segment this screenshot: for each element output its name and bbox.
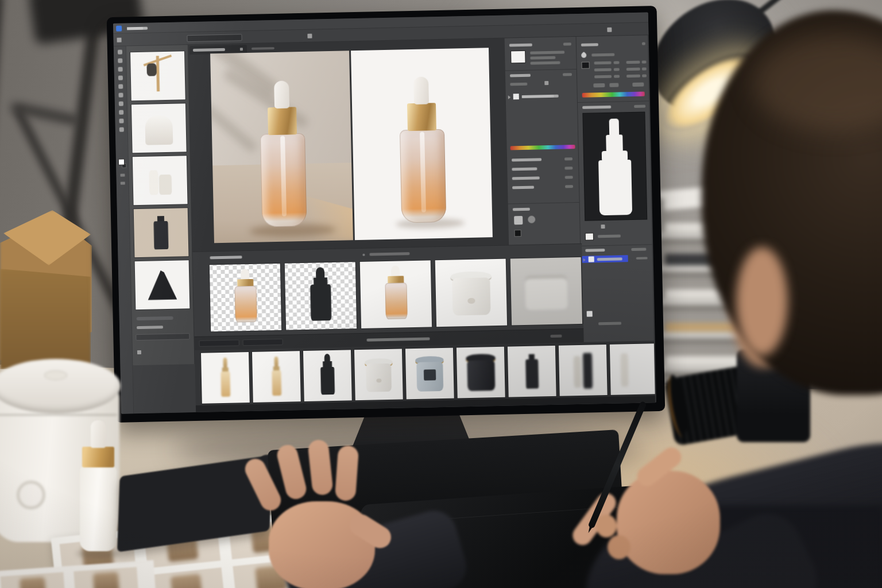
finger: [307, 439, 334, 496]
contact-sheet-photo: [74, 567, 138, 588]
finger: [596, 514, 617, 537]
screen-glare: [113, 12, 656, 413]
right-hand: [581, 434, 730, 588]
screen: [113, 12, 656, 413]
rice-cooker-seam: [0, 414, 117, 416]
finger: [335, 445, 359, 501]
finger: [275, 443, 308, 501]
monitor: [107, 6, 666, 423]
contact-sheet-photo: [1, 572, 65, 588]
contact-sheet-photo: [148, 567, 225, 588]
bottle-gold-collar: [82, 447, 114, 467]
left-hand: [252, 447, 412, 588]
bottle-dropper-cap: [91, 420, 106, 448]
finger: [608, 535, 630, 559]
rice-cooker-front-button: [17, 481, 45, 509]
bottle-body: [80, 466, 117, 551]
palm: [617, 471, 720, 574]
serum-bottle-physical: [78, 418, 119, 562]
studio-scene: [0, 0, 882, 588]
cardboard-box-front: [0, 269, 91, 369]
person-ear: [736, 247, 788, 356]
rice-cooker-lid-button: [44, 370, 67, 380]
